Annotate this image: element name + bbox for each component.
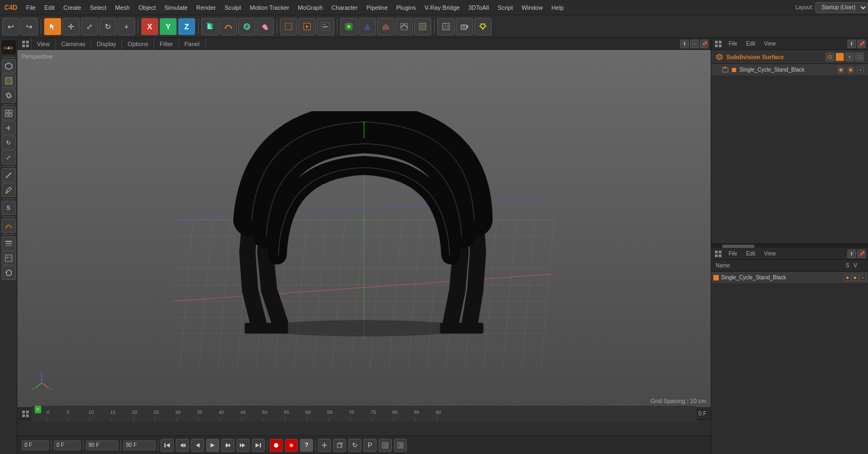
sidebar-measure[interactable] bbox=[2, 168, 16, 182]
viewport-tab-display[interactable]: Display bbox=[91, 38, 122, 50]
menu-vray[interactable]: V-Ray Bridge bbox=[420, 0, 464, 15]
sidebar-s[interactable]: S bbox=[2, 201, 16, 215]
right-tab-view[interactable]: View bbox=[761, 41, 779, 47]
object-list-item[interactable]: Single_Cycle_Stand_Black x bbox=[711, 272, 868, 284]
frame-input[interactable] bbox=[22, 440, 49, 450]
sidebar-model-mode[interactable] bbox=[2, 59, 16, 73]
undo-button[interactable]: ↩ bbox=[2, 18, 20, 35]
timeline-header-icon[interactable] bbox=[20, 408, 31, 420]
nurbs-button[interactable] bbox=[238, 18, 256, 35]
right-bottom-pin[interactable]: 📌 bbox=[857, 250, 866, 258]
layout-icon-btn[interactable] bbox=[394, 439, 407, 452]
poly-mode-button[interactable] bbox=[377, 18, 394, 35]
keyframe-button[interactable] bbox=[270, 439, 283, 452]
viewport-tab-filter[interactable]: Filter bbox=[154, 38, 178, 50]
subdiv-icon-3[interactable]: x bbox=[845, 53, 854, 61]
right-panel-expand[interactable]: ⬆ bbox=[847, 40, 856, 48]
object-cube-button[interactable] bbox=[201, 18, 219, 35]
subdiv-icon-2[interactable] bbox=[835, 53, 844, 61]
child-lock-icon[interactable] bbox=[847, 67, 854, 73]
menu-window[interactable]: Window bbox=[517, 0, 547, 15]
sidebar-rotate[interactable]: ↻ bbox=[2, 136, 16, 150]
play-back-button[interactable] bbox=[191, 439, 204, 452]
deform-button[interactable] bbox=[257, 18, 274, 35]
menu-plugins[interactable]: Plugins bbox=[392, 0, 420, 15]
cube-icon-btn[interactable] bbox=[333, 439, 346, 452]
child-visible-icon[interactable] bbox=[838, 67, 844, 73]
frame-input-2[interactable] bbox=[54, 440, 81, 450]
y-axis-button[interactable]: Y bbox=[159, 18, 177, 35]
right-tab-edit[interactable]: Edit bbox=[743, 41, 758, 47]
render-settings-button[interactable] bbox=[317, 18, 334, 35]
transform-icon-btn[interactable]: ✛ bbox=[318, 439, 331, 452]
spline-button[interactable] bbox=[220, 18, 237, 35]
viewport-pin-icon[interactable]: 📌 bbox=[700, 40, 709, 48]
obj-s-icon[interactable] bbox=[844, 274, 851, 281]
sidebar-scale[interactable]: ⤢ bbox=[2, 150, 16, 164]
play-forward-button[interactable] bbox=[221, 439, 234, 452]
right-bottom-tab-edit[interactable]: Edit bbox=[743, 251, 758, 257]
right-bottom-icon[interactable] bbox=[713, 249, 723, 259]
timeline-ruler[interactable]: 0 0 5 10 15 20 25 30 35 40 45 50 bbox=[31, 406, 697, 422]
layout-selector[interactable]: Startup (User) bbox=[815, 2, 868, 13]
viewport-up-icon[interactable]: ↑ bbox=[690, 40, 699, 48]
menu-character[interactable]: Character bbox=[327, 0, 362, 15]
obj-x-icon[interactable]: x bbox=[859, 274, 866, 281]
subdiv-icon-4[interactable]: □ bbox=[855, 53, 864, 61]
menu-file[interactable]: File bbox=[22, 0, 40, 15]
viewport-expand-icon[interactable]: ⬆ bbox=[680, 40, 689, 48]
redo-button[interactable]: ↪ bbox=[21, 18, 38, 35]
viewport-3d[interactable]: Perspective Grid Spacing : 10 cm x z y bbox=[17, 50, 711, 407]
uv-mode-button[interactable] bbox=[395, 18, 413, 35]
help-button[interactable]: ? bbox=[300, 439, 313, 452]
grid-icon-btn[interactable] bbox=[379, 439, 392, 452]
scale-tool-button[interactable]: ⤢ bbox=[81, 18, 98, 35]
menu-mograph[interactable]: MoGraph bbox=[293, 0, 327, 15]
child-object-item[interactable]: Single_Cycle_Stand_Black x bbox=[711, 64, 868, 76]
sidebar-select-all[interactable] bbox=[2, 106, 16, 120]
menu-simulate[interactable]: Simulate bbox=[160, 0, 192, 15]
rotate-icon-btn[interactable]: ↻ bbox=[348, 439, 361, 452]
menu-render[interactable]: Render bbox=[192, 0, 220, 15]
sidebar-move[interactable]: ✛ bbox=[2, 121, 16, 135]
menu-help[interactable]: Help bbox=[547, 0, 569, 15]
menu-object[interactable]: Object bbox=[134, 0, 160, 15]
viewport-tab-options[interactable]: Options bbox=[122, 38, 154, 50]
render-view-button[interactable] bbox=[298, 18, 316, 35]
go-end-button[interactable] bbox=[252, 439, 265, 452]
menu-sculpt[interactable]: Sculpt bbox=[220, 0, 246, 15]
sidebar-timeline-icon[interactable] bbox=[2, 251, 16, 265]
right-panel-scroll-thumb[interactable] bbox=[722, 245, 755, 248]
sidebar-paint[interactable] bbox=[2, 183, 16, 197]
right-bottom-tab-file[interactable]: File bbox=[725, 251, 741, 257]
sidebar-spline-tool[interactable] bbox=[2, 219, 16, 233]
menu-select[interactable]: Select bbox=[86, 0, 111, 15]
menu-script[interactable]: Script bbox=[493, 0, 517, 15]
viewport-tab-icon[interactable] bbox=[20, 38, 31, 50]
right-bottom-expand[interactable]: ⬆ bbox=[847, 250, 856, 258]
sidebar-loop[interactable] bbox=[2, 266, 16, 280]
right-panel-hscroll[interactable] bbox=[711, 244, 868, 248]
sidebar-sculpt-mode[interactable] bbox=[2, 88, 16, 103]
subdivision-surface-item[interactable]: Subdivision Surface x □ bbox=[711, 50, 868, 64]
right-tab-file[interactable]: File bbox=[725, 41, 741, 47]
viewport-tab-view[interactable]: View bbox=[31, 38, 56, 50]
subdiv-icon-1[interactable] bbox=[826, 53, 834, 61]
right-bottom-tab-view[interactable]: View bbox=[761, 251, 779, 257]
go-start-button[interactable] bbox=[161, 439, 174, 452]
grid-button[interactable] bbox=[437, 18, 455, 35]
camera-button[interactable] bbox=[456, 18, 473, 35]
obj-v-icon[interactable] bbox=[852, 274, 858, 281]
right-top-icon[interactable] bbox=[713, 39, 723, 49]
render-region-button[interactable] bbox=[280, 18, 297, 35]
z-axis-button[interactable]: Z bbox=[178, 18, 195, 35]
rotate-tool-button[interactable]: ↻ bbox=[99, 18, 117, 35]
point-mode-button[interactable] bbox=[340, 18, 358, 35]
texture-mode-button[interactable] bbox=[414, 18, 431, 35]
light-button[interactable] bbox=[474, 18, 492, 35]
x-axis-button[interactable]: X bbox=[141, 18, 158, 35]
sidebar-layers[interactable] bbox=[2, 236, 16, 251]
transform-button[interactable]: + bbox=[118, 18, 135, 35]
end-frame-2[interactable] bbox=[123, 440, 156, 450]
child-extra-icon[interactable]: x bbox=[857, 67, 864, 73]
